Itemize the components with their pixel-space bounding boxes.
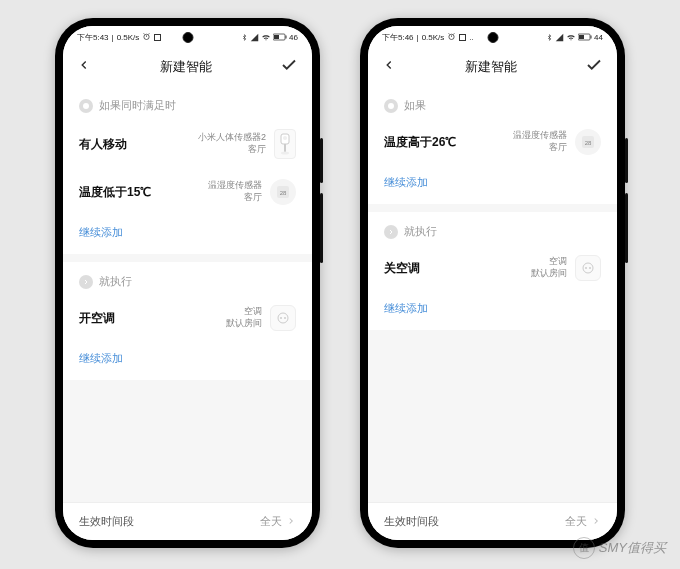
battery-level: 46 <box>289 33 298 42</box>
phone-frame: 下午5:46 | 0.5K/s .. 44 新建智能 <box>360 18 625 548</box>
signal-icon <box>555 33 564 42</box>
svg-line-3 <box>149 33 150 34</box>
svg-point-10 <box>281 152 289 155</box>
arrow-icon <box>79 275 93 289</box>
device-name: 小米人体传感器2 <box>198 132 266 144</box>
action-label: 就执行 <box>99 274 132 289</box>
plug-icon <box>270 305 296 331</box>
status-time: 下午5:46 <box>382 32 414 43</box>
alarm-icon <box>447 32 456 43</box>
wifi-icon <box>566 33 576 42</box>
footer-row[interactable]: 生效时间段 全天 <box>63 502 312 540</box>
svg-rect-6 <box>286 36 287 39</box>
status-bar: 下午5:43 | 0.5K/s 46 <box>63 26 312 48</box>
phone-frame: 下午5:43 | 0.5K/s 46 新建智能 <box>55 18 320 548</box>
condition-row[interactable]: 有人移动 小米人体传感器2 客厅 <box>79 119 296 169</box>
device-room: 客厅 <box>248 144 266 156</box>
svg-point-26 <box>585 267 587 269</box>
thermometer-icon: 28 <box>575 129 601 155</box>
device-room: 客厅 <box>549 142 567 154</box>
alarm-icon <box>142 32 151 43</box>
page-title: 新建智能 <box>465 58 517 76</box>
battery-icon <box>578 33 592 41</box>
svg-point-14 <box>280 317 282 319</box>
confirm-button[interactable] <box>280 56 298 78</box>
svg-point-15 <box>284 317 286 319</box>
condition-title: 温度低于15℃ <box>79 184 151 201</box>
bluetooth-icon <box>241 33 248 42</box>
footer-value: 全天 <box>260 514 282 529</box>
status-time: 下午5:43 <box>77 32 109 43</box>
action-row[interactable]: 开空调 空调 默认房间 <box>79 295 296 341</box>
action-section: 就执行 关空调 空调 默认房间 继续添加 <box>368 212 617 330</box>
add-action-link[interactable]: 继续添加 <box>79 341 296 380</box>
back-button[interactable] <box>382 58 396 76</box>
status-dots: .. <box>469 33 473 42</box>
bullet-icon <box>384 99 398 113</box>
condition-label: 如果 <box>404 98 426 113</box>
condition-title: 有人移动 <box>79 136 127 153</box>
condition-section: 如果 温度高于26℃ 温湿度传感器 客厅 28 继续添加 <box>368 86 617 204</box>
svg-line-19 <box>454 33 455 34</box>
watermark: 值 SMY值得买 <box>573 537 666 559</box>
status-square <box>154 34 161 41</box>
svg-rect-22 <box>591 36 592 39</box>
action-label: 就执行 <box>404 224 437 239</box>
add-condition-link[interactable]: 继续添加 <box>79 215 296 254</box>
thermometer-icon: 28 <box>270 179 296 205</box>
status-speed: 0.5K/s <box>422 33 445 42</box>
svg-point-8 <box>283 136 287 140</box>
device-room: 默认房间 <box>531 268 567 280</box>
device-name: 温湿度传感器 <box>513 130 567 142</box>
condition-label: 如果同时满足时 <box>99 98 176 113</box>
device-room: 默认房间 <box>226 318 262 330</box>
signal-icon <box>250 33 259 42</box>
motion-sensor-icon <box>274 129 296 159</box>
battery-level: 44 <box>594 33 603 42</box>
svg-line-2 <box>144 33 145 34</box>
plug-icon <box>575 255 601 281</box>
page-title: 新建智能 <box>160 58 212 76</box>
svg-point-13 <box>278 313 288 323</box>
svg-text:28: 28 <box>585 140 592 146</box>
action-title: 关空调 <box>384 260 420 277</box>
svg-point-27 <box>589 267 591 269</box>
footer-value: 全天 <box>565 514 587 529</box>
status-speed: 0.5K/s <box>117 33 140 42</box>
action-section: 就执行 开空调 空调 默认房间 继续添加 <box>63 262 312 380</box>
device-name: 空调 <box>244 306 262 318</box>
bullet-icon <box>79 99 93 113</box>
app-header: 新建智能 <box>368 48 617 86</box>
device-name: 温湿度传感器 <box>208 180 262 192</box>
watermark-text: SMY值得买 <box>599 539 666 557</box>
chevron-right-icon <box>591 516 601 528</box>
device-room: 客厅 <box>244 192 262 204</box>
wifi-icon <box>261 33 271 42</box>
app-header: 新建智能 <box>63 48 312 86</box>
bluetooth-icon <box>546 33 553 42</box>
svg-point-25 <box>583 263 593 273</box>
footer-row[interactable]: 生效时间段 全天 <box>368 502 617 540</box>
add-action-link[interactable]: 继续添加 <box>384 291 601 330</box>
arrow-icon <box>384 225 398 239</box>
condition-row[interactable]: 温度高于26℃ 温湿度传感器 客厅 28 <box>384 119 601 165</box>
condition-title: 温度高于26℃ <box>384 134 456 151</box>
action-title: 开空调 <box>79 310 115 327</box>
svg-rect-5 <box>274 35 279 39</box>
footer-label: 生效时间段 <box>79 514 134 529</box>
footer-label: 生效时间段 <box>384 514 439 529</box>
condition-section: 如果同时满足时 有人移动 小米人体传感器2 客厅 温度低于15℃ 温湿度传感器 … <box>63 86 312 254</box>
back-button[interactable] <box>77 58 91 76</box>
status-bar: 下午5:46 | 0.5K/s .. 44 <box>368 26 617 48</box>
battery-icon <box>273 33 287 41</box>
add-condition-link[interactable]: 继续添加 <box>384 165 601 204</box>
svg-rect-21 <box>579 35 584 39</box>
action-row[interactable]: 关空调 空调 默认房间 <box>384 245 601 291</box>
svg-text:28: 28 <box>280 190 287 196</box>
watermark-badge: 值 <box>573 537 595 559</box>
svg-line-18 <box>449 33 450 34</box>
confirm-button[interactable] <box>585 56 603 78</box>
chevron-right-icon <box>286 516 296 528</box>
status-square <box>459 34 466 41</box>
condition-row[interactable]: 温度低于15℃ 温湿度传感器 客厅 28 <box>79 169 296 215</box>
